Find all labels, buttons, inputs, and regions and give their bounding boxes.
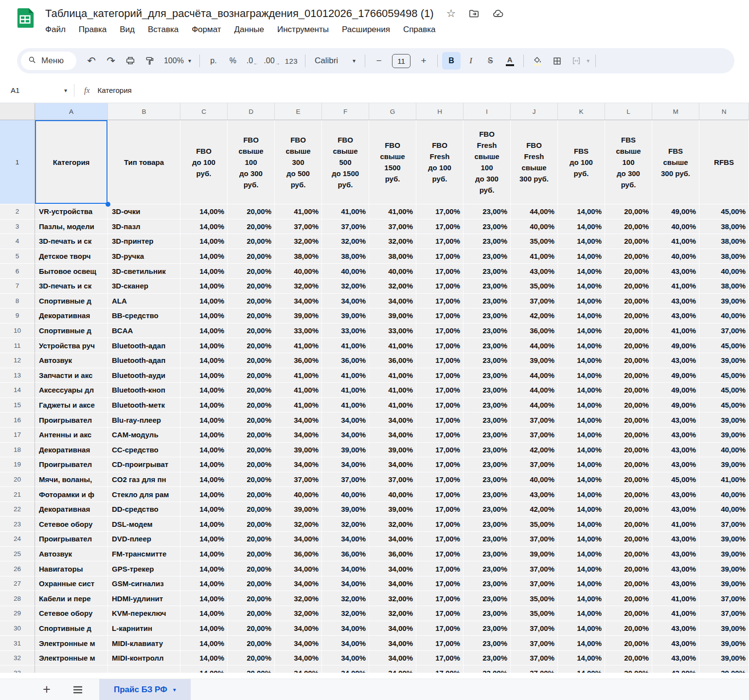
cell-E16[interactable]: 34,00% xyxy=(275,413,322,428)
cell-H32[interactable]: 17,00% xyxy=(416,651,464,666)
cell-E15[interactable]: 41,00% xyxy=(275,398,322,413)
cell-D23[interactable]: 20,00% xyxy=(228,517,275,532)
cell-G14[interactable]: 41,00% xyxy=(369,383,416,398)
column-header-M[interactable]: M xyxy=(652,103,699,120)
cell-G11[interactable]: 41,00% xyxy=(369,338,416,353)
cell-L15[interactable]: 20,00% xyxy=(605,398,652,413)
cell-F12[interactable]: 36,00% xyxy=(322,353,369,368)
cell-C17[interactable]: 14,00% xyxy=(180,428,228,443)
row-header-23[interactable]: 23 xyxy=(0,517,35,532)
cell-D10[interactable]: 20,00% xyxy=(228,323,275,339)
cell-G22[interactable]: 39,00% xyxy=(369,502,416,517)
cell-E5[interactable]: 38,00% xyxy=(275,249,322,264)
row-header-7[interactable]: 7 xyxy=(0,279,35,294)
cell-C7[interactable]: 14,00% xyxy=(180,279,228,294)
cell-A8[interactable]: Спортивные д xyxy=(35,294,108,309)
cell-E2[interactable]: 41,00% xyxy=(275,204,322,219)
cell-J26[interactable]: 37,00% xyxy=(511,561,558,576)
cell-A4[interactable]: 3D-печать и ск xyxy=(35,234,108,249)
cell-G4[interactable]: 32,00% xyxy=(369,234,416,249)
cell-M14[interactable]: 49,00% xyxy=(652,383,699,398)
cell-F15[interactable]: 41,00% xyxy=(322,398,369,413)
row-header-24[interactable]: 24 xyxy=(0,532,35,547)
cell-D18[interactable]: 20,00% xyxy=(228,443,275,458)
redo-button[interactable]: ↷ xyxy=(102,52,120,70)
cell-J23[interactable]: 35,00% xyxy=(511,517,558,532)
cell-L1[interactable]: FBS свыше 100 до 300 руб. xyxy=(605,120,652,204)
merge-cells-button[interactable] xyxy=(567,52,586,70)
cell-B12[interactable]: Bluetooth-адап xyxy=(108,353,180,368)
cell-N33[interactable]: 39,00% xyxy=(699,665,749,673)
cell-D14[interactable]: 20,00% xyxy=(228,383,275,398)
cell-D22[interactable]: 20,00% xyxy=(228,502,275,517)
cell-N26[interactable]: 39,00% xyxy=(699,561,749,576)
cell-A26[interactable]: Навигаторы xyxy=(35,561,108,576)
cell-H10[interactable]: 17,00% xyxy=(416,323,464,339)
cell-D1[interactable]: FBO свыше 100 до 300 руб. xyxy=(228,120,275,204)
cell-A3[interactable]: Пазлы, модели xyxy=(35,219,108,234)
cell-K6[interactable]: 14,00% xyxy=(558,264,605,279)
column-header-E[interactable]: E xyxy=(275,103,322,120)
cell-M33[interactable]: 43,00% xyxy=(652,665,699,673)
cell-E9[interactable]: 39,00% xyxy=(275,308,322,323)
cell-K21[interactable]: 14,00% xyxy=(558,487,605,502)
cell-D26[interactable]: 20,00% xyxy=(228,561,275,576)
cell-E3[interactable]: 37,00% xyxy=(275,219,322,234)
cell-E18[interactable]: 39,00% xyxy=(275,443,322,458)
cell-C27[interactable]: 14,00% xyxy=(180,576,228,592)
cell-N10[interactable]: 37,00% xyxy=(699,323,749,339)
increase-decimal-button[interactable]: .00→ xyxy=(263,52,281,70)
cell-A1[interactable]: Категория xyxy=(35,120,108,204)
cell-I11[interactable]: 23,00% xyxy=(464,338,511,353)
cell-B28[interactable]: HDMI-удлинит xyxy=(108,591,180,606)
cell-K28[interactable]: 14,00% xyxy=(558,591,605,606)
cell-F9[interactable]: 39,00% xyxy=(322,308,369,323)
cell-H25[interactable]: 17,00% xyxy=(416,547,464,562)
cell-I23[interactable]: 23,00% xyxy=(464,517,511,532)
cell-I17[interactable]: 23,00% xyxy=(464,428,511,443)
cell-H14[interactable]: 17,00% xyxy=(416,383,464,398)
row-header-11[interactable]: 11 xyxy=(0,338,35,353)
cell-L8[interactable]: 20,00% xyxy=(605,294,652,309)
cell-E1[interactable]: FBO свыше 300 до 500 руб. xyxy=(275,120,322,204)
cell-D16[interactable]: 20,00% xyxy=(228,413,275,428)
cell-M32[interactable]: 43,00% xyxy=(652,651,699,666)
cell-E26[interactable]: 34,00% xyxy=(275,561,322,576)
cell-L18[interactable]: 20,00% xyxy=(605,443,652,458)
cell-L4[interactable]: 20,00% xyxy=(605,234,652,249)
cell-B20[interactable]: CO2 газ для пн xyxy=(108,472,180,487)
cell-K2[interactable]: 14,00% xyxy=(558,204,605,219)
cell-J2[interactable]: 44,00% xyxy=(511,204,558,219)
cell-N16[interactable]: 39,00% xyxy=(699,413,749,428)
cell-G18[interactable]: 39,00% xyxy=(369,443,416,458)
cell-E24[interactable]: 34,00% xyxy=(275,532,322,547)
cell-J19[interactable]: 37,00% xyxy=(511,457,558,472)
cell-F27[interactable]: 34,00% xyxy=(322,576,369,592)
cell-D7[interactable]: 20,00% xyxy=(228,279,275,294)
column-header-I[interactable]: I xyxy=(464,103,511,120)
cell-G24[interactable]: 34,00% xyxy=(369,532,416,547)
cell-E30[interactable]: 34,00% xyxy=(275,621,322,636)
cell-D24[interactable]: 20,00% xyxy=(228,532,275,547)
cell-A21[interactable]: Фоторамки и ф xyxy=(35,487,108,502)
cell-J18[interactable]: 42,00% xyxy=(511,443,558,458)
cell-D27[interactable]: 20,00% xyxy=(228,576,275,592)
cell-K32[interactable]: 14,00% xyxy=(558,651,605,666)
cell-I19[interactable]: 23,00% xyxy=(464,457,511,472)
cell-B14[interactable]: Bluetooth-кноп xyxy=(108,383,180,398)
cell-E32[interactable]: 34,00% xyxy=(275,651,322,666)
cell-B7[interactable]: 3D-сканер xyxy=(108,279,180,294)
cell-B3[interactable]: 3D-пазл xyxy=(108,219,180,234)
cell-K23[interactable]: 14,00% xyxy=(558,517,605,532)
cell-L26[interactable]: 20,00% xyxy=(605,561,652,576)
cell-I6[interactable]: 23,00% xyxy=(464,264,511,279)
cell-A15[interactable]: Гаджеты и аксе xyxy=(35,398,108,413)
cell-J13[interactable]: 44,00% xyxy=(511,368,558,383)
cell-A17[interactable]: Антенны и акс xyxy=(35,428,108,443)
cell-H22[interactable]: 17,00% xyxy=(416,502,464,517)
cell-J33[interactable]: 37,00% xyxy=(511,665,558,673)
cell-J3[interactable]: 40,00% xyxy=(511,219,558,234)
cell-I14[interactable]: 23,00% xyxy=(464,383,511,398)
cell-F10[interactable]: 33,00% xyxy=(322,323,369,339)
cell-A9[interactable]: Декоративная xyxy=(35,308,108,323)
